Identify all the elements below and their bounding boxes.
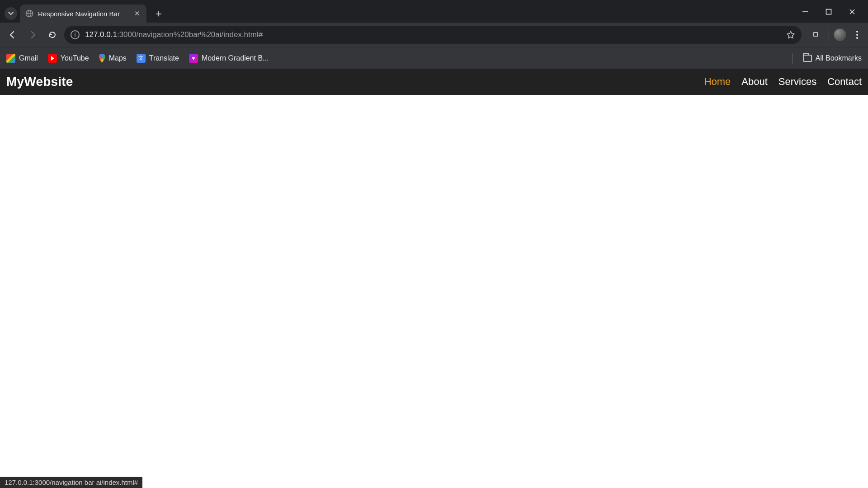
nav-link-home[interactable]: Home <box>704 76 731 88</box>
all-bookmarks-button[interactable]: All Bookmarks <box>803 54 862 62</box>
bookmark-modern-gradient[interactable]: Modern Gradient B... <box>189 54 269 63</box>
back-button[interactable] <box>5 27 21 43</box>
toolbar-right <box>805 27 863 43</box>
site-logo[interactable]: MyWebsite <box>6 75 73 89</box>
star-icon <box>786 30 795 39</box>
bookmark-youtube[interactable]: YouTube <box>48 54 89 63</box>
minimize-icon <box>802 9 808 15</box>
bookmark-gmail[interactable]: Gmail <box>6 54 38 63</box>
gmail-icon <box>6 54 15 63</box>
url-host: 127.0.0.1 <box>85 30 117 39</box>
profile-avatar[interactable] <box>834 28 846 41</box>
tab-close-button[interactable]: ✕ <box>133 9 141 18</box>
globe-icon <box>25 9 33 18</box>
url-path: :3000/navigation%20bar%20ai/index.html# <box>117 30 263 39</box>
bookmark-star-button[interactable] <box>786 30 795 39</box>
bookmarks-divider <box>793 53 793 64</box>
url-text: 127.0.0.1:3000/navigation%20bar%20ai/ind… <box>85 30 781 39</box>
tabs-dropdown-button[interactable] <box>5 7 17 20</box>
link-status-bar: 127.0.0.1:3000/navigation bar ai/index.h… <box>0 477 142 488</box>
tab-title: Responsive Navigation Bar <box>38 10 128 18</box>
arrow-right-icon <box>28 30 37 39</box>
svg-rect-4 <box>826 9 831 14</box>
reload-button[interactable] <box>44 27 61 43</box>
site-info-icon[interactable]: i <box>71 30 80 39</box>
page-viewport: MyWebsite Home About Services Contact 12… <box>0 69 868 488</box>
close-icon <box>849 9 855 15</box>
window-maximize-button[interactable] <box>821 5 836 18</box>
site-nav-links: Home About Services Contact <box>704 76 862 88</box>
new-tab-button[interactable]: ＋ <box>151 6 166 21</box>
tab-strip: Responsive Navigation Bar ✕ ＋ <box>0 0 868 23</box>
nav-link-services[interactable]: Services <box>778 76 816 88</box>
youtube-icon <box>48 54 57 63</box>
chevron-down-icon <box>8 11 14 16</box>
status-text: 127.0.0.1:3000/navigation bar ai/index.h… <box>5 479 138 486</box>
bookmark-maps[interactable]: Maps <box>99 54 127 63</box>
extensions-button[interactable] <box>808 27 824 43</box>
bookmark-translate[interactable]: Translate <box>137 54 179 63</box>
window-close-button[interactable] <box>844 5 860 18</box>
folder-icon <box>803 55 812 62</box>
site-navigation-bar: MyWebsite Home About Services Contact <box>0 69 868 95</box>
maximize-icon <box>826 9 832 15</box>
bookmark-label: Modern Gradient B... <box>202 54 269 62</box>
arrow-left-icon <box>8 30 17 39</box>
window-controls <box>797 5 868 23</box>
puzzle-icon <box>811 30 821 39</box>
address-bar[interactable]: i 127.0.0.1:3000/navigation%20bar%20ai/i… <box>64 26 802 44</box>
bookmarks-bar: Gmail YouTube Maps Translate Modern Grad… <box>0 47 868 69</box>
nav-link-contact[interactable]: Contact <box>827 76 862 88</box>
bookmark-label: Gmail <box>19 54 38 62</box>
browser-menu-button[interactable] <box>851 31 863 39</box>
window-minimize-button[interactable] <box>797 5 813 18</box>
reload-icon <box>48 30 57 39</box>
bookmark-label: Maps <box>109 54 127 62</box>
heart-icon <box>189 54 198 63</box>
maps-pin-icon <box>99 54 105 63</box>
browser-chrome: Responsive Navigation Bar ✕ ＋ i <box>0 0 868 69</box>
browser-toolbar: i 127.0.0.1:3000/navigation%20bar%20ai/i… <box>0 23 868 47</box>
bookmark-label: Translate <box>149 54 179 62</box>
translate-icon <box>137 54 146 63</box>
browser-tab[interactable]: Responsive Navigation Bar ✕ <box>20 5 146 23</box>
forward-button[interactable] <box>24 27 41 43</box>
bookmark-label: YouTube <box>61 54 89 62</box>
all-bookmarks-label: All Bookmarks <box>816 54 862 62</box>
toolbar-divider <box>829 29 829 41</box>
nav-link-about[interactable]: About <box>741 76 768 88</box>
